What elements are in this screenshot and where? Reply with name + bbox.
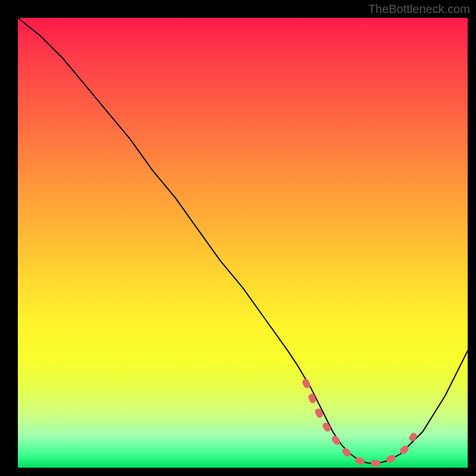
- chart-plot-area: [18, 18, 468, 468]
- chart-svg: [18, 18, 468, 468]
- bottleneck-curve-line: [18, 18, 468, 463]
- optimal-range-highlight: [306, 382, 414, 463]
- watermark-text: TheBottleneck.com: [368, 2, 470, 16]
